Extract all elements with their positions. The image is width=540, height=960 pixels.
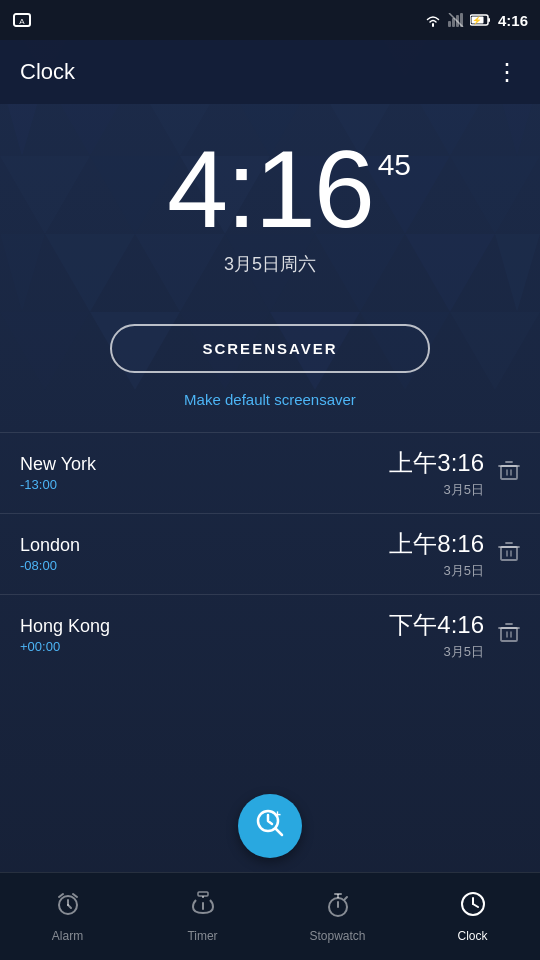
city-name: New York bbox=[20, 454, 96, 475]
city-date: 3月5日 bbox=[389, 481, 484, 499]
svg-text:A: A bbox=[19, 17, 25, 26]
city-time: 上午3:16 bbox=[389, 447, 484, 479]
alarm-icon bbox=[54, 890, 82, 925]
battery-icon: ⚡ bbox=[470, 13, 492, 27]
timer-icon bbox=[189, 890, 217, 925]
app-title: Clock bbox=[20, 59, 75, 85]
svg-text:⚡: ⚡ bbox=[472, 15, 482, 25]
clock-city-info: Hong Kong +00:00 bbox=[20, 616, 110, 654]
status-left: A bbox=[12, 12, 32, 28]
app-header: Clock ⋮ bbox=[0, 40, 540, 104]
delete-clock-button[interactable] bbox=[498, 622, 520, 649]
make-default-link[interactable]: Make default screensaver bbox=[0, 391, 540, 408]
world-clock-item: New York -13:00 上午3:16 3月5日 bbox=[0, 432, 540, 513]
nav-clock-label: Clock bbox=[457, 929, 487, 943]
screensaver-button[interactable]: SCREENSAVER bbox=[110, 324, 430, 373]
nav-stopwatch-label: Stopwatch bbox=[309, 929, 365, 943]
app-icon: A bbox=[12, 12, 32, 28]
more-menu-button[interactable]: ⋮ bbox=[495, 58, 520, 86]
delete-clock-button[interactable] bbox=[498, 460, 520, 487]
city-time: 上午8:16 bbox=[389, 528, 484, 560]
add-clock-fab[interactable]: + bbox=[238, 794, 302, 858]
svg-rect-65 bbox=[198, 892, 208, 896]
svg-text:+: + bbox=[274, 808, 281, 822]
svg-line-72 bbox=[345, 897, 347, 899]
clock-time-info: 上午3:16 3月5日 bbox=[389, 447, 520, 499]
city-date: 3月5日 bbox=[389, 643, 484, 661]
svg-rect-48 bbox=[501, 547, 517, 560]
city-offset: -13:00 bbox=[20, 477, 96, 492]
nav-timer[interactable]: Timer bbox=[135, 890, 270, 943]
delete-clock-button[interactable] bbox=[498, 541, 520, 568]
nav-stopwatch[interactable]: Stopwatch bbox=[270, 890, 405, 943]
clock-city-info: London -08:00 bbox=[20, 535, 80, 573]
svg-rect-40 bbox=[488, 18, 490, 22]
city-offset: -08:00 bbox=[20, 558, 80, 573]
clock-icon bbox=[459, 890, 487, 925]
clock-date: 3月5日周六 bbox=[20, 252, 520, 276]
world-clock-item: London -08:00 上午8:16 3月5日 bbox=[0, 513, 540, 594]
clock-seconds: 45 bbox=[378, 148, 411, 182]
clock-section: 4:16 45 3月5日周六 bbox=[0, 104, 540, 296]
city-offset: +00:00 bbox=[20, 639, 110, 654]
svg-rect-53 bbox=[501, 628, 517, 641]
svg-line-63 bbox=[59, 894, 63, 897]
clock-time-info: 上午8:16 3月5日 bbox=[389, 528, 520, 580]
city-time: 下午4:16 bbox=[389, 609, 484, 641]
nav-alarm-label: Alarm bbox=[52, 929, 83, 943]
city-name: Hong Kong bbox=[20, 616, 110, 637]
add-clock-icon: + bbox=[254, 807, 286, 846]
bottom-nav: Alarm Timer Stopwatch bbox=[0, 872, 540, 960]
nav-clock[interactable]: Clock bbox=[405, 890, 540, 943]
city-name: London bbox=[20, 535, 80, 556]
svg-line-64 bbox=[73, 894, 77, 897]
svg-rect-34 bbox=[448, 21, 451, 27]
status-bar: A ⚡ 4:16 bbox=[0, 0, 540, 40]
svg-rect-43 bbox=[501, 466, 517, 479]
svg-line-62 bbox=[68, 905, 71, 908]
signal-icon bbox=[448, 13, 464, 27]
status-time: 4:16 bbox=[498, 12, 528, 29]
status-right: ⚡ 4:16 bbox=[424, 12, 528, 29]
clock-time-display: 4:16 45 bbox=[167, 134, 373, 244]
clock-time-info: 下午4:16 3月5日 bbox=[389, 609, 520, 661]
city-date: 3月5日 bbox=[389, 562, 484, 580]
nav-alarm[interactable]: Alarm bbox=[0, 890, 135, 943]
world-clock-item: Hong Kong +00:00 下午4:16 3月5日 bbox=[0, 594, 540, 675]
wifi-icon bbox=[424, 13, 442, 27]
clock-city-info: New York -13:00 bbox=[20, 454, 96, 492]
stopwatch-icon bbox=[324, 890, 352, 925]
clock-hours-minutes: 4:16 bbox=[167, 127, 373, 250]
world-clocks: New York -13:00 上午3:16 3月5日 bbox=[0, 432, 540, 675]
nav-timer-label: Timer bbox=[187, 929, 217, 943]
svg-line-75 bbox=[473, 904, 478, 907]
